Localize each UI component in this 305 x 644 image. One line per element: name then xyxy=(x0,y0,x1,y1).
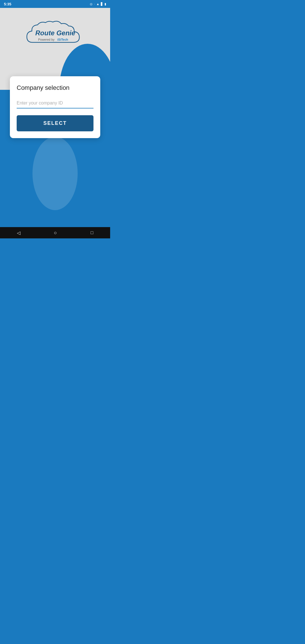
curve-decor-bottom xyxy=(32,137,78,210)
status-time: 5:35 xyxy=(4,2,11,6)
logo-area: Route Genie Powered by iSiTech xyxy=(0,11,110,51)
recents-button[interactable] xyxy=(91,230,93,235)
home-button[interactable] xyxy=(54,230,57,236)
signal-icon: ▋ xyxy=(101,2,103,6)
location-icon: ◎ xyxy=(90,2,93,6)
company-id-input-container xyxy=(17,98,93,108)
company-selection-dialog: Company selection SELECT xyxy=(10,76,100,138)
wifi-icon: ▲ xyxy=(96,2,99,6)
svg-text:Powered by: Powered by xyxy=(38,38,55,41)
status-bar: 5:35 ◎ · ▲ ▋ ▮ xyxy=(0,0,110,8)
bottom-nav xyxy=(0,227,110,238)
select-button[interactable]: SELECT xyxy=(17,115,93,131)
svg-text:iSiTech: iSiTech xyxy=(57,38,68,41)
dialog-title: Company selection xyxy=(17,84,93,92)
battery-icon: ▮ xyxy=(104,2,106,6)
svg-text:Route Genie: Route Genie xyxy=(35,29,75,37)
status-icons: ◎ · ▲ ▋ ▮ xyxy=(90,2,106,6)
back-button[interactable] xyxy=(17,230,20,236)
company-id-input[interactable] xyxy=(17,98,93,108)
logo-cloud-icon: Route Genie Powered by iSiTech xyxy=(24,20,86,51)
logo-container: Route Genie Powered by iSiTech xyxy=(24,20,86,51)
notification-icon: · xyxy=(94,2,95,6)
